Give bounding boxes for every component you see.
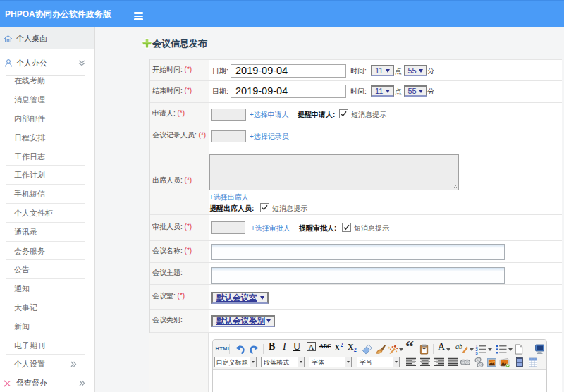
svg-text:3: 3 — [476, 351, 478, 355]
